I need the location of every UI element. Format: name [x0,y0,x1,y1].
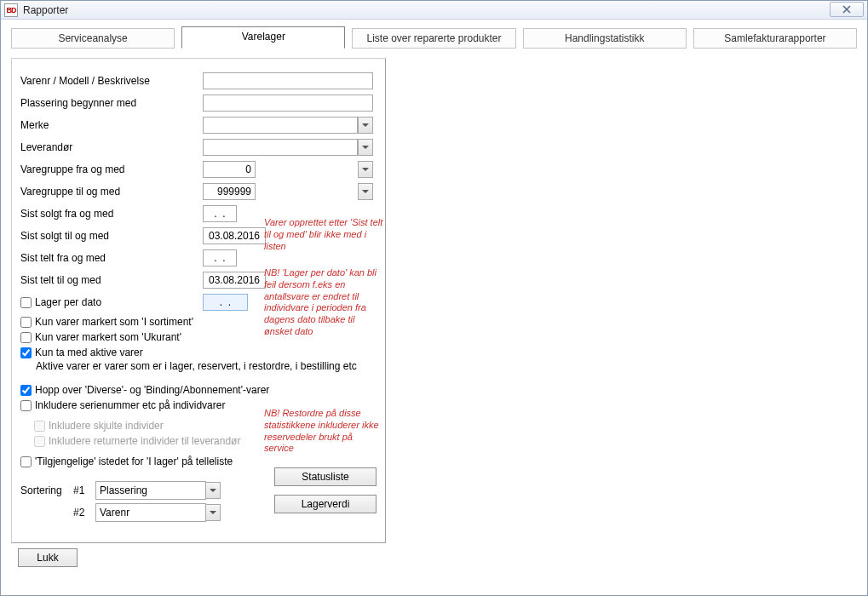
label-sort1: #1 [73,484,95,496]
select-sort1[interactable]: Plassering [95,481,206,500]
tab-handling[interactable]: Handlingstatistikk [523,28,687,49]
input-merke[interactable] [203,117,358,134]
input-leverandor[interactable] [203,139,358,156]
input-vgtil[interactable] [203,183,256,200]
tab-samle[interactable]: Samlefakturarapporter [693,28,857,49]
label-serienummer: Inkludere serienummer etc på individvare… [35,399,225,411]
label-sist-telt-fra: Sist telt fra og med [20,252,203,264]
input-sist-telt-til[interactable] [203,272,266,289]
label-sortering: Sortering [20,484,73,496]
label-sort2: #2 [73,507,95,519]
checkbox-hoppover[interactable] [20,385,32,396]
label-sist-telt-til: Sist telt til og med [20,274,203,286]
close-button[interactable] [830,2,864,17]
dropdown-merke[interactable] [358,117,373,134]
checkbox-sortiment[interactable] [20,317,32,328]
checkbox-aktive[interactable] [20,347,32,358]
note-restordre: NB! Restordre på disse statistikkene ink… [264,408,383,455]
checkbox-tilgjengelige[interactable] [20,456,32,467]
input-sist-solgt-til[interactable] [203,227,266,244]
label-ukurant: Kun varer markert som 'Ukurant' [35,331,181,343]
input-varenr[interactable] [203,72,373,89]
tabs: Serviceanalyse Varelager Liste over repa… [1,20,867,49]
note-sist-telt: Varer opprettet etter 'Sist telt til og … [264,217,383,252]
checkbox-ukurant[interactable] [20,332,32,343]
select-sort2[interactable]: Varenr [95,503,206,522]
label-vgtil: Varegruppe til og med [20,186,203,198]
dropdown-sort2[interactable] [205,504,221,521]
label-sortiment: Kun varer markert som 'I sortiment' [35,316,193,328]
titlebar: BD Rapporter [1,1,867,20]
input-vgfra[interactable] [203,161,256,178]
checkbox-returnerte [34,436,45,447]
button-lagerverdi[interactable]: Lagerverdi [274,495,377,513]
tab-reparterte[interactable]: Liste over reparerte produkter [352,28,515,49]
label-hoppover: Hopp over 'Diverse'- og 'Binding/Abonnem… [35,384,269,396]
checkbox-lager-per-dato[interactable] [20,297,32,308]
button-statusliste[interactable]: Statusliste [274,467,377,486]
label-lager-per-dato: Lager per dato [35,296,101,308]
form-panel: Varenr / Modell / Beskrivelse Plassering… [11,58,386,543]
label-varenr: Varenr / Modell / Beskrivelse [20,75,203,87]
label-aktive: Kun ta med aktive varer [35,347,143,358]
app-icon: BD [4,3,18,17]
dropdown-vgfra[interactable] [358,161,373,178]
label-merke: Merke [20,119,203,131]
close-icon [842,5,851,14]
input-lager-dato[interactable] [203,294,248,311]
input-sist-solgt-fra[interactable] [203,205,237,222]
label-plassering: Plassering begynner med [20,97,203,109]
label-tilgjengelige: 'Tilgjengelige' istedet for 'I lager' på… [35,456,233,467]
window-title: Rapporter [23,4,68,16]
input-sist-telt-fra[interactable] [203,249,237,266]
tab-serviceanalyse[interactable]: Serviceanalyse [11,28,175,49]
label-returnerte: Inkludere returnerte individer til lever… [49,435,240,447]
label-leverandor: Leverandør [20,141,203,153]
note-aktive: Aktive varer er varer som er i lager, re… [36,360,377,372]
note-lager-dato: NB! 'Lager per dato' kan bli feil dersom… [264,267,383,338]
input-plassering[interactable] [203,95,373,112]
label-sist-solgt-fra: Sist solgt fra og med [20,208,203,220]
checkbox-skjulte [34,421,45,432]
dropdown-leverandor[interactable] [358,139,373,156]
label-sist-solgt-til: Sist solgt til og med [20,230,203,242]
dropdown-sort1[interactable] [205,482,221,499]
checkbox-serienummer[interactable] [20,400,32,411]
button-lukk[interactable]: Lukk [18,548,78,567]
label-skjulte: Inkludere skjulte individer [49,420,164,432]
label-vgfra: Varegruppe fra og med [20,163,203,175]
dropdown-vgtil[interactable] [358,183,373,200]
tab-varelager[interactable]: Varelager [181,26,345,49]
